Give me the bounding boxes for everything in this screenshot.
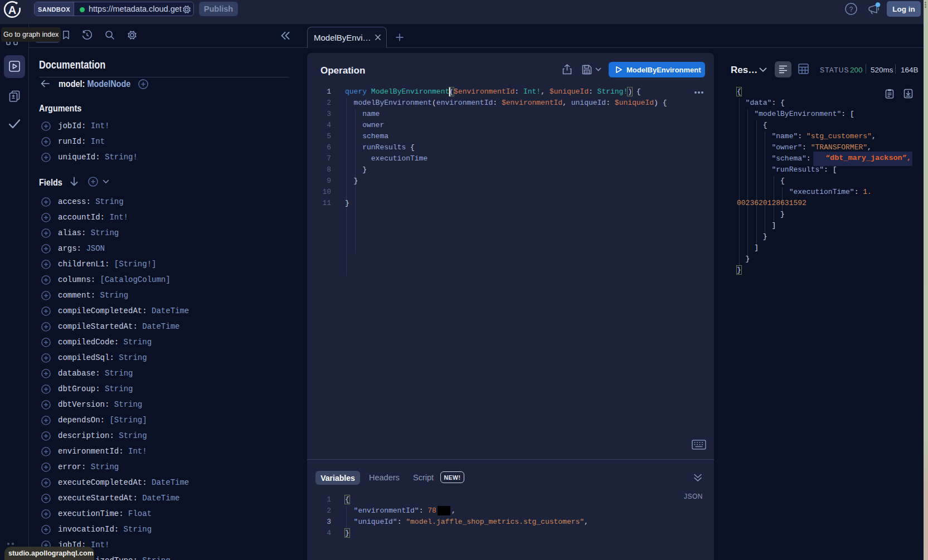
svg-text:?: ? — [849, 6, 853, 13]
svg-text:A: A — [8, 4, 16, 16]
